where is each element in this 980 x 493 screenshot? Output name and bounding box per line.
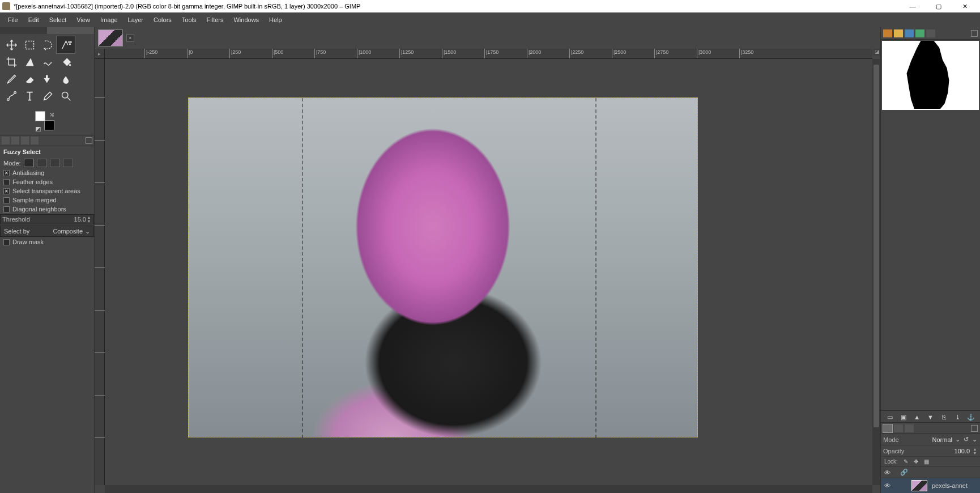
lock-alpha-icon[interactable]: ▦ bbox=[924, 458, 929, 465]
maximize-button[interactable]: ▢ bbox=[926, 0, 952, 12]
transform-tool[interactable] bbox=[20, 53, 39, 70]
transparent-checkbox[interactable]: ✕ bbox=[3, 188, 10, 194]
lower-dock-tabs bbox=[881, 423, 980, 434]
layer-opacity-row[interactable]: Opacity 100.0 ▲▼ bbox=[881, 445, 980, 457]
mode-subtract[interactable] bbox=[50, 159, 60, 167]
layer-mode-row[interactable]: Mode Normal ⌄ ↺ ⌄ bbox=[881, 434, 980, 445]
tab-menu-icon[interactable] bbox=[86, 137, 92, 144]
zoom-tool[interactable] bbox=[57, 87, 75, 104]
chevron-down-icon: ⌄ bbox=[85, 228, 90, 235]
vertical-scrollbar[interactable] bbox=[872, 59, 880, 485]
image-tab[interactable]: × bbox=[98, 29, 134, 46]
new-group-icon[interactable]: ▣ bbox=[898, 413, 909, 422]
tab-undo-history[interactable] bbox=[21, 137, 29, 144]
close-button[interactable]: ✕ bbox=[952, 0, 978, 12]
paintbrush-tool[interactable] bbox=[2, 70, 20, 87]
tab-images[interactable] bbox=[31, 137, 39, 144]
layers-menu-icon[interactable] bbox=[971, 425, 978, 432]
layer-name[interactable]: pexels-annet bbox=[932, 482, 968, 489]
bucket-fill-tool[interactable] bbox=[57, 53, 75, 70]
diagonal-checkbox[interactable] bbox=[3, 206, 10, 212]
ruler-origin[interactable]: ▸ bbox=[95, 49, 105, 59]
text-tool[interactable] bbox=[20, 87, 39, 104]
move-tool[interactable] bbox=[2, 36, 20, 53]
select-by-dropdown[interactable]: Select by Composite⌄ bbox=[0, 226, 94, 237]
dock-menu-icon[interactable] bbox=[971, 30, 978, 37]
mode-replace[interactable] bbox=[24, 159, 34, 167]
crop-tool[interactable] bbox=[2, 53, 20, 70]
smudge-tool[interactable] bbox=[57, 70, 75, 87]
eraser-tool[interactable] bbox=[20, 70, 39, 87]
lower-layer-icon[interactable]: ▼ bbox=[926, 413, 936, 422]
layer-list-header: 👁 🔗 bbox=[881, 467, 980, 478]
menu-file[interactable]: File bbox=[3, 15, 23, 25]
horizontal-scrollbar[interactable] bbox=[105, 485, 872, 493]
canvas-viewport[interactable] bbox=[105, 59, 872, 485]
antialias-checkbox[interactable]: ✕ bbox=[3, 170, 10, 176]
draw-mask-checkbox[interactable] bbox=[3, 239, 10, 245]
background-color[interactable] bbox=[44, 120, 54, 130]
tab-device-status[interactable] bbox=[11, 137, 19, 144]
swap-colors-icon[interactable]: ⤭ bbox=[49, 111, 54, 116]
menu-help[interactable]: Help bbox=[265, 15, 287, 25]
mode-intersect[interactable] bbox=[63, 159, 73, 167]
tab-tool-options[interactable] bbox=[2, 137, 10, 144]
minimize-button[interactable]: ― bbox=[900, 0, 926, 12]
rect-select-tool[interactable] bbox=[20, 36, 39, 53]
layer-mode-label: Mode bbox=[883, 436, 899, 443]
canvas[interactable] bbox=[188, 97, 698, 437]
color-picker-tool[interactable] bbox=[39, 87, 57, 104]
opacity-spinner[interactable]: ▲▼ bbox=[972, 447, 978, 455]
default-colors-icon[interactable]: ◩ bbox=[35, 125, 40, 130]
feather-checkbox[interactable] bbox=[3, 179, 10, 185]
feather-label: Feather edges bbox=[12, 178, 53, 185]
color-swatches[interactable]: ◩ ⤭ bbox=[35, 111, 58, 130]
raise-layer-icon[interactable]: ▲ bbox=[912, 413, 922, 422]
menu-view[interactable]: View bbox=[72, 15, 95, 25]
anchor-layer-icon[interactable]: ⚓ bbox=[966, 413, 976, 422]
threshold-slider[interactable]: Threshold 15.0 ▲▼ bbox=[0, 214, 94, 224]
vertical-ruler[interactable] bbox=[95, 59, 105, 485]
free-select-tool[interactable] bbox=[39, 36, 57, 53]
quick-mask-toggle[interactable]: ◪ bbox=[874, 49, 880, 56]
menu-filters[interactable]: Filters bbox=[202, 15, 228, 25]
lock-position-icon[interactable]: ✥ bbox=[914, 458, 918, 465]
tab-channels[interactable] bbox=[894, 424, 903, 432]
navigation-preview[interactable] bbox=[882, 41, 979, 110]
menu-colors[interactable]: Colors bbox=[149, 15, 176, 25]
close-tab-icon[interactable]: × bbox=[126, 34, 134, 42]
tab-paths[interactable] bbox=[905, 424, 914, 432]
warp-tool[interactable] bbox=[39, 53, 57, 70]
tab-gradient[interactable] bbox=[926, 29, 935, 37]
layer-visibility-toggle[interactable]: 👁 bbox=[884, 482, 893, 489]
sample-merged-checkbox[interactable] bbox=[3, 197, 10, 203]
lock-pixels-icon[interactable]: ✎ bbox=[904, 458, 908, 465]
menu-tools[interactable]: Tools bbox=[177, 15, 201, 25]
threshold-spinner[interactable]: ▲▼ bbox=[86, 215, 92, 223]
tab-fonts[interactable] bbox=[905, 29, 914, 37]
menu-image[interactable]: Image bbox=[96, 15, 122, 25]
threshold-label: Threshold bbox=[2, 216, 74, 223]
paths-tool[interactable] bbox=[2, 87, 20, 104]
menu-layer[interactable]: Layer bbox=[123, 15, 148, 25]
fuzzy-select-tool[interactable] bbox=[57, 36, 75, 53]
tab-document-history[interactable] bbox=[915, 29, 924, 37]
new-layer-icon[interactable]: ▭ bbox=[885, 413, 895, 422]
tab-brushes[interactable] bbox=[883, 29, 892, 37]
reset-mode-icon[interactable]: ↺ bbox=[963, 436, 969, 443]
horizontal-ruler[interactable]: |-250 |0 |250 |500 |750 |1000 |1250 |150… bbox=[105, 49, 872, 59]
upper-dock-tabs bbox=[881, 27, 980, 40]
tab-layers[interactable] bbox=[883, 424, 892, 432]
mode-add[interactable] bbox=[37, 159, 47, 167]
menu-windows[interactable]: Windows bbox=[229, 15, 263, 25]
tab-patterns[interactable] bbox=[894, 29, 903, 37]
clone-tool[interactable] bbox=[39, 70, 57, 87]
merge-down-icon[interactable]: ⤓ bbox=[952, 413, 962, 422]
mode-label: Mode: bbox=[3, 160, 21, 167]
duplicate-layer-icon[interactable]: ⎘ bbox=[939, 413, 949, 422]
menu-edit[interactable]: Edit bbox=[24, 15, 44, 25]
foreground-color[interactable] bbox=[35, 111, 45, 121]
threshold-value: 15.0 bbox=[74, 216, 86, 223]
layer-row[interactable]: 👁 pexels-annet bbox=[881, 478, 980, 493]
menu-select[interactable]: Select bbox=[45, 15, 71, 25]
